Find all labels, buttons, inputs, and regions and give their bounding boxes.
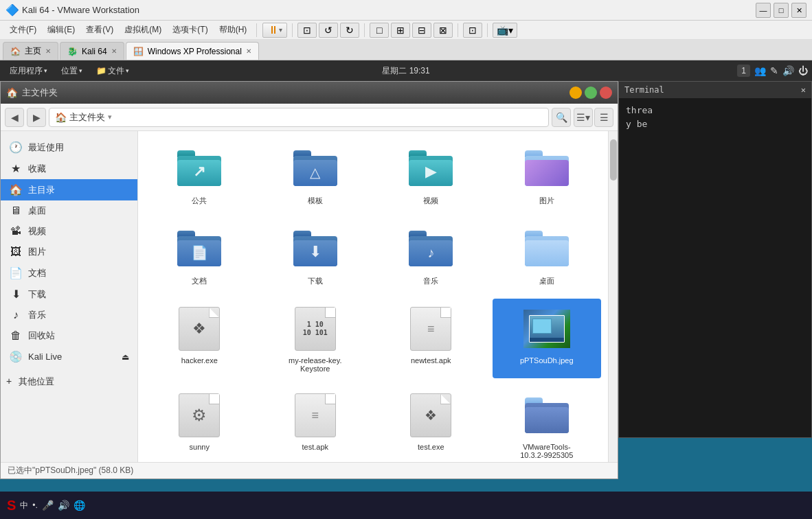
file-icon-newtest-apk: ≡ xyxy=(406,304,455,354)
file-item-sunny[interactable]: ⚙ sunny xyxy=(145,385,254,462)
file-item-downloads[interactable]: ⬇ 下载 xyxy=(261,218,370,292)
fm-search-button[interactable]: 🔍 xyxy=(552,108,571,127)
sidebar-item-documents[interactable]: 📄 文档 xyxy=(1,262,137,284)
file-item-newtest-apk[interactable]: ≡ newtest.apk xyxy=(376,299,486,378)
file-icon-templates: △ xyxy=(291,143,340,193)
file-item-test-apk[interactable]: ≡ test.apk xyxy=(261,385,370,462)
vmware-close-button[interactable]: ✕ xyxy=(791,3,807,18)
fm-statusbar: 已选中"pPTSouDh.jpeg" (58.0 KB) xyxy=(1,462,618,478)
file-icon-videos: ▶ xyxy=(406,143,455,193)
file-item-public[interactable]: ↗ 公共 xyxy=(145,138,254,211)
tray-sound-icon[interactable]: 🔊 xyxy=(58,500,69,511)
sidebar-item-favorites[interactable]: ★ 收藏 xyxy=(1,158,137,179)
sidebar-favorites-label: 收藏 xyxy=(28,163,46,175)
toolbar-btn-terminal[interactable]: ⊡ xyxy=(463,23,482,38)
kali-power-icon[interactable]: ⏻ xyxy=(798,65,808,76)
vmware-minimize-button[interactable]: — xyxy=(756,3,771,18)
tab-home-close: ✕ xyxy=(45,47,51,55)
terminal-titlebar: Terminal ✕ xyxy=(619,82,811,98)
file-icon-sunny: ⚙ xyxy=(174,391,224,440)
sidebar-eject-icon[interactable]: ⏏ xyxy=(122,352,129,362)
tab-kali-close[interactable]: ✕ xyxy=(111,47,117,55)
toolbar-btn-display[interactable]: 📺▾ xyxy=(493,23,517,38)
fm-scrollbar[interactable] xyxy=(608,131,618,462)
file-item-videos[interactable]: ▶ 视频 xyxy=(376,138,486,211)
file-item-vmwaretools[interactable]: VMwareTools-10.3.2-9925305 xyxy=(493,385,602,462)
tab-winxp[interactable]: 🪟 Windows XP Professional ✕ xyxy=(126,42,259,60)
newtest-apk-icon: ≡ xyxy=(410,307,451,351)
folder-icon-pictures xyxy=(525,150,569,186)
sidebar-item-kali-live[interactable]: 💿 Kali Live ⏏ xyxy=(1,346,137,367)
file-item-keystore[interactable]: 1 1010 101 my-release-key.Keystore xyxy=(261,299,370,378)
file-item-music[interactable]: ♪ 音乐 xyxy=(376,218,486,292)
sidebar-item-home[interactable]: 🏠 主目录 xyxy=(1,179,137,200)
tab-home-label: 主页 xyxy=(25,45,41,57)
pptsouch-jpeg-thumb-inner xyxy=(523,310,570,348)
kali-apps-menu[interactable]: 应用程序 ▾ xyxy=(4,64,53,78)
tab-winxp-close[interactable]: ✕ xyxy=(246,47,251,55)
file-item-pptsouch-jpeg[interactable]: pPTSouDh.jpeg xyxy=(493,299,602,378)
toolbar-btn-6[interactable]: ⊟ xyxy=(412,23,431,38)
kali-sound-icon[interactable]: 🔊 xyxy=(782,65,794,76)
toolbar-btn-2[interactable]: ↺ xyxy=(319,23,338,38)
toolbar-btn-1[interactable]: ⊡ xyxy=(297,23,317,38)
sidebar-recent-icon: 🕐 xyxy=(9,141,23,154)
fm-view-toggle-button[interactable]: ☰▾ xyxy=(574,108,593,127)
fm-minimize-button[interactable]: — xyxy=(569,86,582,99)
sidebar-item-downloads[interactable]: ⬇ 下载 xyxy=(1,284,137,305)
menu-tabs[interactable]: 选项卡(T) xyxy=(168,23,212,37)
toolbar-btn-5[interactable]: ⊞ xyxy=(391,23,410,38)
menu-vm[interactable]: 虚拟机(M) xyxy=(120,23,166,37)
terminal-close[interactable]: ✕ xyxy=(801,85,806,95)
menu-edit[interactable]: 编辑(E) xyxy=(43,23,79,37)
fm-scroll-thumb[interactable] xyxy=(610,139,617,181)
toolbar-btn-4[interactable]: □ xyxy=(370,23,389,38)
fm-sort-button[interactable]: ☰ xyxy=(594,108,613,127)
toolbar-divider-3 xyxy=(364,23,365,37)
file-item-hacker-exe[interactable]: ❖ hacker.exe xyxy=(145,299,254,378)
vmware-maximize-button[interactable]: □ xyxy=(774,3,789,18)
tray-mic-icon[interactable]: 🎤 xyxy=(42,500,54,511)
sidebar-item-pictures[interactable]: 🖼 图片 xyxy=(1,242,137,262)
kali-pen-icon[interactable]: ✎ xyxy=(770,65,778,76)
kali-workspace-indicator[interactable]: 1 xyxy=(737,65,750,77)
file-item-documents[interactable]: 📄 文档 xyxy=(145,218,254,292)
gear-icon: ⚙ xyxy=(192,406,207,425)
file-item-test-exe[interactable]: ❖ test.exe xyxy=(376,385,486,462)
vmware-titlebar: 🔷 Kali 64 - VMware Workstation — □ ✕ xyxy=(0,0,812,21)
file-icon-test-exe: ❖ xyxy=(406,391,455,440)
sidebar-item-desktop[interactable]: 🖥 桌面 xyxy=(1,200,137,221)
fm-status-text: 已选中"pPTSouDh.jpeg" (58.0 KB) xyxy=(8,465,133,476)
file-icon-test-apk: ≡ xyxy=(291,391,340,440)
tab-kali[interactable]: 🐉 Kali 64 ✕ xyxy=(60,42,124,60)
fm-back-button[interactable]: ◀ xyxy=(5,108,24,127)
kali-dragon-logo: S xyxy=(7,498,16,514)
file-item-desktop-folder[interactable]: 桌面 xyxy=(493,218,602,292)
fm-maximize-button[interactable]: □ xyxy=(585,86,597,99)
kali-topbar-right: 1 👥 ✎ 🔊 ⏻ xyxy=(737,65,808,77)
fm-location-bar[interactable]: 🏠 主文件夹 ▾ xyxy=(49,108,549,127)
menu-file[interactable]: 文件(F) xyxy=(5,23,41,37)
fm-title-icon: 🏠 xyxy=(6,87,18,98)
menu-view[interactable]: 查看(V) xyxy=(82,23,117,37)
kali-topbar: 应用程序 ▾ 位置 ▾ 📁 文件 ▾ 星期二 19:31 1 👥 ✎ 🔊 ⏻ xyxy=(0,60,812,81)
kali-places-menu[interactable]: 位置 ▾ xyxy=(56,64,88,78)
fm-toolbar: ◀ ▶ 🏠 主文件夹 ▾ 🔍 ☰▾ ☰ xyxy=(1,104,618,131)
fm-close-button[interactable]: ✕ xyxy=(600,86,612,99)
toolbar-btn-3[interactable]: ↻ xyxy=(340,23,359,38)
kali-users-icon[interactable]: 👥 xyxy=(754,65,766,76)
toolbar-divider-1 xyxy=(256,23,257,37)
sidebar-item-trash[interactable]: 🗑 回收站 xyxy=(1,325,137,346)
sidebar-item-video[interactable]: 📽 视频 xyxy=(1,221,137,242)
file-item-templates[interactable]: △ 模板 xyxy=(261,138,370,211)
tray-network-icon[interactable]: 🌐 xyxy=(74,500,85,511)
fm-forward-button[interactable]: ▶ xyxy=(27,108,46,127)
menu-help[interactable]: 帮助(H) xyxy=(215,23,251,37)
sidebar-item-recent[interactable]: 🕐 最近使用 xyxy=(1,137,137,158)
sidebar-item-music[interactable]: ♪ 音乐 xyxy=(1,305,137,325)
file-item-pictures[interactable]: 图片 xyxy=(493,138,602,211)
tab-home[interactable]: 🏠 主页 ✕ xyxy=(3,42,58,60)
kali-files-menu[interactable]: 📁 文件 ▾ xyxy=(91,64,135,78)
toolbar-pause-button[interactable]: ⏸▾ xyxy=(262,23,287,38)
toolbar-btn-7[interactable]: ⊠ xyxy=(433,23,453,38)
